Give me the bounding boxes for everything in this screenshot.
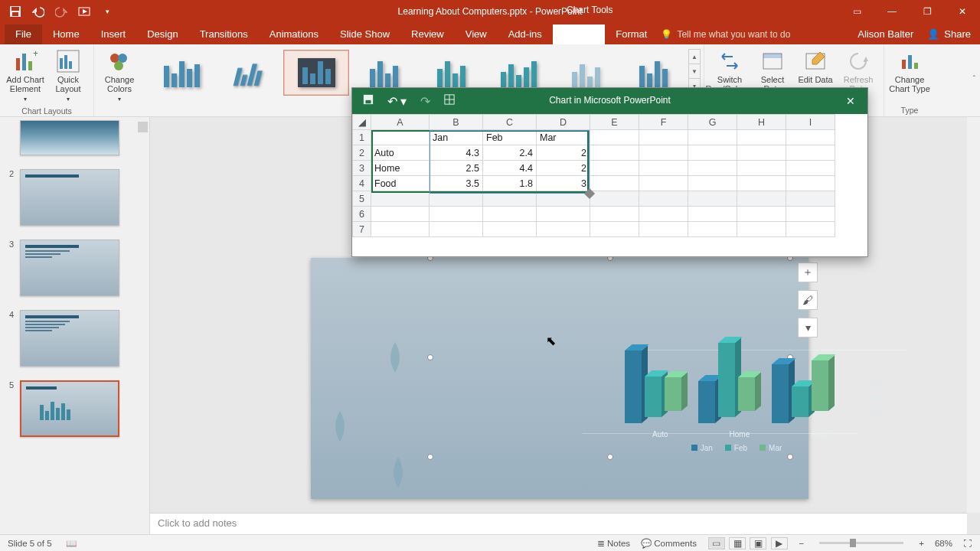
cell-H7[interactable] bbox=[737, 222, 786, 237]
cell-B2[interactable]: 4.3 bbox=[430, 145, 483, 161]
cell-E1[interactable] bbox=[590, 130, 639, 145]
cell-H2[interactable] bbox=[737, 145, 786, 161]
slideshow-view-icon[interactable]: ▶ bbox=[771, 537, 788, 549]
cell-D5[interactable] bbox=[537, 191, 590, 207]
tab-chart-format[interactable]: Format bbox=[605, 24, 658, 44]
cell-H3[interactable] bbox=[737, 161, 786, 176]
tab-view[interactable]: View bbox=[455, 24, 498, 44]
editor-scrollbar[interactable] bbox=[967, 117, 980, 513]
cell-A4[interactable]: Food bbox=[371, 176, 430, 191]
cell-B7[interactable] bbox=[430, 222, 483, 237]
cell-F2[interactable] bbox=[639, 145, 688, 161]
chart-data-window[interactable]: ↶ ▾ ↷ Chart in Microsoft PowerPoint ✕ ◢A… bbox=[351, 87, 868, 257]
undo-icon[interactable] bbox=[32, 5, 44, 18]
cell-B4[interactable]: 3.5 bbox=[430, 176, 483, 191]
cell-I4[interactable] bbox=[786, 176, 835, 191]
cell-A6[interactable] bbox=[371, 207, 430, 222]
cell-E5[interactable] bbox=[590, 191, 639, 207]
cell-C1[interactable]: Feb bbox=[483, 130, 537, 145]
cell-G4[interactable] bbox=[688, 176, 737, 191]
chart-data-close-icon[interactable]: ✕ bbox=[834, 88, 867, 114]
share-button[interactable]: 👤 Share bbox=[927, 28, 971, 40]
row-header-6[interactable]: 6 bbox=[353, 207, 371, 222]
chart-data-titlebar[interactable]: ↶ ▾ ↷ Chart in Microsoft PowerPoint ✕ bbox=[352, 88, 867, 114]
maximize-icon[interactable]: ❐ bbox=[910, 0, 945, 23]
cell-F6[interactable] bbox=[639, 207, 688, 222]
add-chart-element-button[interactable]: + Add Chart Element▾ bbox=[5, 47, 46, 104]
col-header-H[interactable]: H bbox=[737, 115, 786, 130]
cell-C5[interactable] bbox=[483, 191, 537, 207]
resize-handle[interactable] bbox=[427, 454, 433, 460]
signed-in-user[interactable]: Alison Balter bbox=[858, 28, 913, 40]
cell-E7[interactable] bbox=[590, 222, 639, 237]
thumb-3[interactable]: 3 bbox=[20, 240, 134, 296]
notes-toggle[interactable]: ≣ Notes bbox=[597, 538, 630, 549]
col-header-D[interactable]: D bbox=[537, 115, 590, 130]
qat-more-icon[interactable]: ▾ bbox=[101, 5, 113, 18]
tab-design-main[interactable]: Design bbox=[136, 24, 188, 44]
cell-C7[interactable] bbox=[483, 222, 537, 237]
thumb-5[interactable]: 5 bbox=[20, 380, 134, 437]
cell-C4[interactable]: 1.8 bbox=[483, 176, 537, 191]
sorter-view-icon[interactable]: ▦ bbox=[729, 537, 746, 549]
cell-I2[interactable] bbox=[786, 145, 835, 161]
cell-I6[interactable] bbox=[786, 207, 835, 222]
cell-F7[interactable] bbox=[639, 222, 688, 237]
zoom-out-icon[interactable]: − bbox=[799, 539, 805, 548]
chart-style-2[interactable] bbox=[216, 50, 282, 96]
minimize-icon[interactable]: — bbox=[874, 0, 910, 23]
zoom-in-icon[interactable]: + bbox=[919, 539, 924, 548]
resize-handle[interactable] bbox=[607, 454, 613, 460]
resize-handle[interactable] bbox=[787, 454, 793, 460]
cell-G5[interactable] bbox=[688, 191, 737, 207]
tab-review[interactable]: Review bbox=[400, 24, 455, 44]
cell-C6[interactable] bbox=[483, 207, 537, 222]
cell-D2[interactable]: 2 bbox=[537, 145, 590, 161]
collapse-ribbon-icon[interactable]: ˆ bbox=[973, 75, 975, 83]
sheet-redo-icon[interactable]: ↷ bbox=[420, 94, 430, 109]
cell-C2[interactable]: 2.4 bbox=[483, 145, 537, 161]
reading-view-icon[interactable]: ▣ bbox=[750, 537, 766, 549]
select-all-cell[interactable]: ◢ bbox=[353, 115, 371, 130]
row-header-4[interactable]: 4 bbox=[353, 176, 371, 191]
chart-filters-button[interactable]: ▾ bbox=[798, 318, 818, 337]
tab-chart-design[interactable]: Design bbox=[553, 24, 605, 44]
cell-A7[interactable] bbox=[371, 222, 430, 237]
cell-B3[interactable]: 2.5 bbox=[430, 161, 483, 176]
cell-D4[interactable]: 3 bbox=[537, 176, 590, 191]
cell-G3[interactable] bbox=[688, 161, 737, 176]
cell-E6[interactable] bbox=[590, 207, 639, 222]
change-colors-button[interactable]: Change Colors▾ bbox=[99, 47, 140, 104]
close-icon[interactable]: ✕ bbox=[945, 0, 980, 23]
cell-I7[interactable] bbox=[786, 222, 835, 237]
cell-D6[interactable] bbox=[537, 207, 590, 222]
col-header-G[interactable]: G bbox=[688, 115, 737, 130]
col-header-E[interactable]: E bbox=[590, 115, 639, 130]
col-header-I[interactable]: I bbox=[786, 115, 835, 130]
thumb-2[interactable]: 2 bbox=[20, 169, 134, 226]
cell-H6[interactable] bbox=[737, 207, 786, 222]
tab-file[interactable]: File bbox=[5, 24, 42, 44]
spellcheck-icon[interactable]: 📖 bbox=[66, 538, 77, 549]
fit-to-window-icon[interactable]: ⛶ bbox=[963, 539, 972, 548]
chart-styles-button[interactable]: 🖌 bbox=[798, 290, 818, 310]
zoom-level[interactable]: 68% bbox=[935, 539, 952, 548]
chart-style-1[interactable] bbox=[149, 50, 214, 96]
cell-B6[interactable] bbox=[430, 207, 483, 222]
cell-E3[interactable] bbox=[590, 161, 639, 176]
cell-A1[interactable] bbox=[371, 130, 430, 145]
redo-icon[interactable] bbox=[55, 5, 67, 18]
tab-home[interactable]: Home bbox=[42, 24, 90, 44]
slide-canvas[interactable]: AutoHomeFood MarFebJan JanFebMar ＋ 🖌 ▾ bbox=[311, 258, 808, 499]
cell-D7[interactable] bbox=[537, 222, 590, 237]
cell-A5[interactable] bbox=[371, 191, 430, 207]
row-header-1[interactable]: 1 bbox=[353, 130, 371, 145]
cell-H4[interactable] bbox=[737, 176, 786, 191]
chart[interactable]: AutoHomeFood MarFebJan JanFebMar bbox=[583, 289, 890, 449]
cell-G2[interactable] bbox=[688, 145, 737, 161]
sheet-undo-icon[interactable]: ↶ ▾ bbox=[387, 94, 407, 109]
row-header-3[interactable]: 3 bbox=[353, 161, 371, 176]
row-header-7[interactable]: 7 bbox=[353, 222, 371, 237]
sheet-save-icon[interactable] bbox=[363, 94, 374, 108]
cell-G7[interactable] bbox=[688, 222, 737, 237]
